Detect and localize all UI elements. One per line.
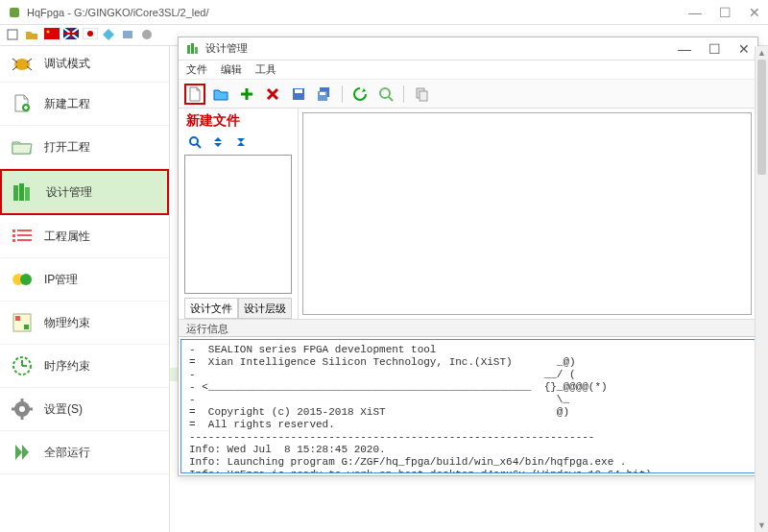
sidebar-item-timing-constraint[interactable]: 时序约束 (0, 345, 169, 388)
toolbar-separator (403, 85, 404, 103)
open-file-button[interactable] (210, 84, 231, 105)
log-section: 运行信息 - SEALION series FPGA development t… (179, 319, 757, 475)
tree-toolbar (184, 133, 292, 155)
bug-icon (10, 54, 35, 75)
toolbar-separator (342, 85, 343, 103)
main-titlebar: HqFpga - G:/GINGKO/iCore3SL/2_led/ — ☐ ✕ (0, 0, 768, 25)
svg-point-44 (380, 88, 390, 98)
toolbar-new-icon[interactable] (6, 28, 21, 43)
panel-maximize-button[interactable]: ☐ (708, 41, 721, 57)
sidebar-item-new-project[interactable]: 新建工程 (0, 83, 169, 126)
svg-rect-20 (12, 239, 15, 242)
panel-titlebar: 设计管理 — ☐ ✕ (179, 37, 757, 60)
svg-rect-28 (24, 325, 29, 329)
svg-rect-47 (420, 91, 427, 101)
panel-menubar: 文件 编辑 工具 (179, 60, 757, 80)
sidebar-item-label: IP管理 (44, 272, 78, 288)
grid-icon (10, 312, 35, 333)
sidebar-item-ip-manage[interactable]: IP管理 (0, 258, 169, 302)
svg-rect-1 (8, 30, 17, 39)
file-tree[interactable] (184, 155, 292, 294)
design-manage-panel: 设计管理 — ☐ ✕ 文件 编辑 工具 (178, 36, 758, 476)
tree-tabs: 设计文件 设计层级 (184, 298, 292, 319)
sidebar-item-design-manage[interactable]: 设计管理 (0, 169, 169, 215)
clock-icon (10, 355, 35, 376)
sidebar-item-open-project[interactable]: 打开工程 (0, 126, 169, 169)
copy-button[interactable] (411, 84, 432, 105)
search-icon[interactable] (188, 135, 202, 149)
ip-icon (10, 269, 35, 290)
sidebar-item-settings[interactable]: 设置(S) (0, 388, 169, 431)
svg-point-25 (20, 274, 32, 285)
svg-rect-16 (19, 183, 24, 201)
svg-point-8 (142, 30, 152, 39)
toolbar-open-icon[interactable] (25, 28, 40, 43)
svg-point-6 (87, 31, 93, 36)
svg-rect-17 (25, 187, 30, 201)
svg-line-45 (389, 97, 393, 101)
scroll-thumb[interactable] (757, 60, 766, 175)
play-all-icon (10, 442, 35, 463)
svg-rect-37 (191, 43, 194, 54)
sidebar-item-physical-constraint[interactable]: 物理约束 (0, 302, 169, 345)
editor-area[interactable] (302, 112, 752, 315)
svg-rect-2 (44, 28, 60, 39)
toolbar-box-icon[interactable] (121, 28, 136, 43)
new-file-button[interactable] (184, 84, 205, 105)
sidebar-item-project-props[interactable]: 工程属性 (0, 215, 169, 258)
toolbar-tool-icon[interactable] (140, 28, 156, 43)
sidebar-item-debug-mode[interactable]: 调试模式 (0, 46, 169, 83)
svg-rect-27 (15, 316, 20, 321)
svg-point-31 (19, 406, 25, 412)
svg-point-48 (190, 137, 198, 145)
sidebar-item-label: 物理约束 (44, 315, 90, 331)
main-close-button[interactable]: ✕ (749, 5, 760, 20)
panel-minimize-button[interactable]: — (678, 41, 691, 57)
folder-open-icon (10, 136, 35, 157)
collapse-icon[interactable] (234, 135, 248, 149)
svg-rect-15 (13, 185, 18, 201)
svg-point-3 (47, 30, 50, 33)
svg-rect-7 (123, 31, 132, 38)
sidebar-item-label: 新建工程 (44, 96, 90, 112)
books-icon (12, 181, 36, 203)
gear-icon (10, 399, 35, 420)
sidebar: 调试模式 新建工程 打开工程 设计管理 工程属性 IP管理 物理约束 时序约束 (0, 46, 170, 532)
menu-edit[interactable]: 编辑 (221, 62, 242, 77)
add-button[interactable] (236, 84, 257, 105)
app-icon (8, 6, 21, 19)
svg-rect-40 (295, 89, 302, 93)
remove-button[interactable] (262, 84, 283, 105)
sidebar-item-label: 调试模式 (44, 56, 90, 72)
scroll-down-icon[interactable]: ▼ (756, 519, 768, 532)
list-icon (10, 226, 35, 247)
main-minimize-button[interactable]: — (688, 5, 702, 20)
panel-close-button[interactable]: ✕ (738, 41, 750, 57)
panel-title: 设计管理 (205, 41, 678, 56)
check-button[interactable] (375, 84, 396, 105)
vertical-scrollbar[interactable]: ▲ ▼ (755, 46, 768, 532)
tab-design-files[interactable]: 设计文件 (184, 299, 238, 319)
main-maximize-button[interactable]: ☐ (719, 5, 732, 20)
menu-file[interactable]: 文件 (186, 62, 207, 77)
content-area: 设计管理 — ☐ ✕ 文件 编辑 工具 (170, 46, 768, 532)
toolbar-flag-cn-icon[interactable] (44, 28, 60, 43)
sidebar-item-run-all[interactable]: 全部运行 (0, 431, 169, 474)
refresh-button[interactable] (349, 84, 371, 105)
scroll-up-icon[interactable]: ▲ (756, 46, 768, 60)
sidebar-item-label: 设计管理 (46, 184, 92, 201)
toolbar-flag-jp-icon[interactable] (83, 28, 98, 43)
save-button[interactable] (288, 84, 309, 105)
toolbar-diamond-icon[interactable] (102, 28, 117, 43)
sidebar-item-label: 全部运行 (44, 445, 90, 461)
svg-rect-36 (187, 45, 190, 54)
toolbar-flag-uk-icon[interactable] (63, 28, 79, 43)
sidebar-item-label: 打开工程 (44, 139, 90, 156)
expand-icon[interactable] (211, 135, 225, 149)
tab-design-hierarchy[interactable]: 设计层级 (238, 299, 292, 319)
log-body[interactable]: - SEALION series FPGA development tool =… (180, 339, 756, 473)
main-title: HqFpga - G:/GINGKO/iCore3SL/2_led/ (27, 7, 688, 18)
menu-tools[interactable]: 工具 (255, 62, 276, 77)
log-header: 运行信息 (179, 320, 757, 337)
save-all-button[interactable] (314, 84, 335, 105)
